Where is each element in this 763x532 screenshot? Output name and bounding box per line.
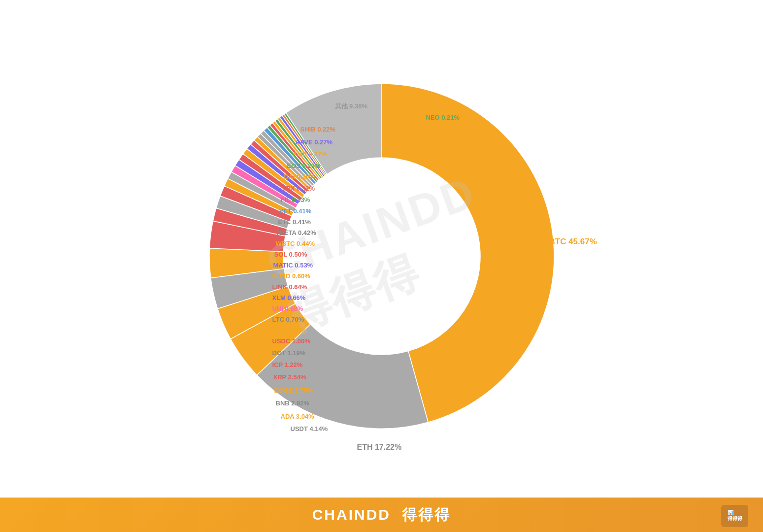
chart-wrapper: CHAINDD得得得 其他 9.38%NEO 0.21%SHIB 0.22%AA… [25,30,738,483]
donut-chart-svg [190,64,574,448]
content-area: CHAINDD得得得 其他 9.38%NEO 0.21%SHIB 0.22%AA… [0,0,763,498]
brand-chaindd: CHAINDD [312,506,391,523]
main-container: CHAINDD得得得 其他 9.38%NEO 0.21%SHIB 0.22%AA… [0,0,763,532]
donut-container: CHAINDD得得得 其他 9.38%NEO 0.21%SHIB 0.22%AA… [190,64,574,448]
footer-bar: CHAINDD 得得得 📊得得得 [0,498,763,532]
footer-logo: 📊得得得 [721,505,748,527]
footer-brand: CHAINDD 得得得 [312,505,451,525]
footer-logo-text: 📊得得得 [728,510,742,522]
brand-chinese: 得得得 [402,506,451,523]
